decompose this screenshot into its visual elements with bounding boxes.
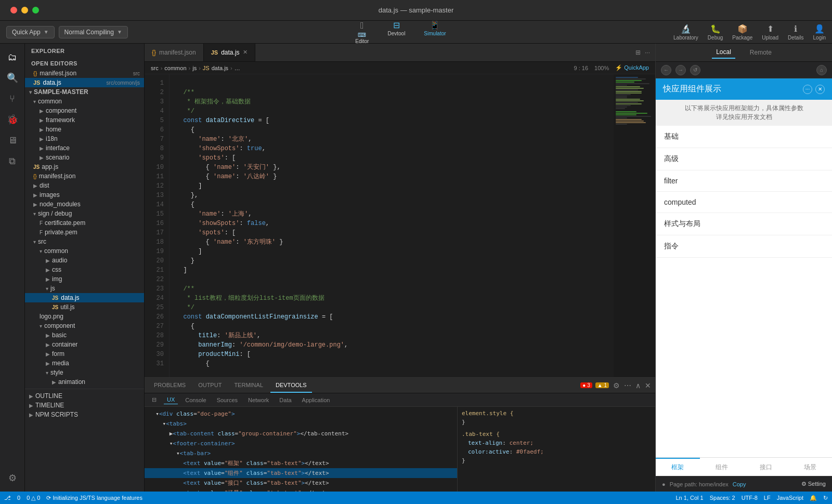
tab-simulator[interactable]: 📱 Simulator [414,18,455,46]
panel-close-icon[interactable]: ✕ [645,381,651,390]
tree-private[interactable]: F private.pem [25,228,144,237]
panel-tab-devtools[interactable]: DEVTOOLS [270,378,312,393]
tree-interface[interactable]: ▶ interface [25,143,144,153]
list-item-style[interactable]: 样式与布局 [656,213,832,235]
close-button[interactable] [10,7,17,14]
outline-section[interactable]: ▶ OUTLINE [25,391,144,401]
header-dot-close[interactable]: ✕ [815,85,825,94]
npm-scripts-section[interactable]: ▶ NPM SCRIPTS [25,410,144,419]
devtools-tab-data[interactable]: Data [276,396,294,404]
tree-images[interactable]: ▶ images [25,190,144,200]
setting-button[interactable]: ⚙ Setting [801,481,826,487]
panel-gear-icon[interactable]: ⚙ [613,381,620,390]
preview-home-button[interactable]: ⌂ [816,65,827,75]
tree-css[interactable]: ▶ css [25,265,144,274]
right-tab-local[interactable]: Local [712,46,735,59]
tree-media[interactable]: ▶ media [25,359,144,368]
tab-data-js[interactable]: JS data.js ✕ [204,44,255,61]
panel-more-icon[interactable]: ⋯ [624,381,631,390]
tree-img[interactable]: ▶ img [25,274,144,284]
tab-devtool[interactable]: ⊟ Devtool [378,18,414,46]
nav-item-framework[interactable]: 框架 [656,458,700,476]
tree-datajs[interactable]: JS data.js [25,293,144,302]
maximize-button[interactable] [32,7,39,14]
preview-forward-button[interactable]: → [675,65,686,75]
tab-editor[interactable]:  ⌨ Editor [346,18,378,46]
project-root[interactable]: ▾ SAMPLE-MASTER [25,87,144,97]
open-file-data[interactable]: JS data.js src/common/js [25,78,144,87]
timeline-section[interactable]: ▶ TIMELINE [25,401,144,410]
activity-remote[interactable]: 🖥 [3,131,22,150]
panel-tab-problems[interactable]: PROBLEMS [149,378,191,393]
tree-utiljs[interactable]: JS util.js [25,302,144,312]
tab-manifest-json[interactable]: {} manifest.json [145,44,204,61]
list-item-computed[interactable]: computed [656,192,832,213]
devtools-tab-network[interactable]: Network [245,396,272,404]
code-editor[interactable]: /** * 框架指令，基础数据 */ const dataDirective =… [170,74,614,377]
laboratory-action[interactable]: 🔬 Laboratory [673,24,698,41]
panel-collapse-icon[interactable]: ∧ [635,381,641,390]
quick-app-dropdown[interactable]: Quick App ▼ [6,26,55,38]
debug-action[interactable]: 🐛 Debug [708,24,723,41]
tree-audio[interactable]: ▶ audio [25,256,144,265]
tree-src-common[interactable]: ▾ common [25,246,144,256]
copy-link[interactable]: Copy [733,481,746,487]
tree-home[interactable]: ▶ home [25,125,144,134]
devtools-tab-console[interactable]: Console [182,396,209,404]
preview-refresh-button[interactable]: ↺ [690,65,700,75]
nav-item-component[interactable]: 组件 [700,458,744,476]
preview-back-button[interactable]: ← [661,65,671,75]
tree-js[interactable]: ▾ js [25,284,144,293]
tree-basic[interactable]: ▶ basic [25,330,144,340]
devtools-filter-icon[interactable]: ⊟ [149,395,160,404]
activity-settings[interactable]: ⚙ [3,469,22,487]
activity-explorer[interactable]: 🗂 [3,48,22,67]
tree-certificate[interactable]: F certificate.pem [25,218,144,228]
window-controls[interactable] [10,7,39,14]
more-actions-icon[interactable]: ··· [645,49,650,56]
sync-icon[interactable]: ↻ [823,495,828,501]
tree-component[interactable]: ▶ component [25,106,144,115]
tree-common[interactable]: ▾ common [25,97,144,106]
list-item-filter[interactable]: filter [656,170,832,192]
details-action[interactable]: ℹ Details [788,24,804,41]
tree-appjs[interactable]: JS app.js [25,162,144,171]
tree-src[interactable]: ▾ src [25,237,144,246]
devtools-tab-ux[interactable]: UX [164,395,178,404]
activity-debug[interactable]: 🐞 [3,110,22,129]
login-action[interactable]: 👤 Login [813,24,826,41]
devtools-tab-application[interactable]: Application [299,396,333,404]
tree-form[interactable]: ▶ form [25,349,144,359]
panel-tab-output[interactable]: OUTPUT [193,378,227,393]
tree-i18n[interactable]: ▶ i18n [25,134,144,143]
header-dot-more[interactable]: ··· [803,85,812,94]
close-tab-button[interactable]: ✕ [243,49,248,56]
activity-search[interactable]: 🔍 [3,69,22,87]
compiling-dropdown[interactable]: Normal Compiling ▼ [59,26,128,38]
dom-panel[interactable]: ▾<div class="doc-page"> ▾<tabs> ▶<tab-co… [145,407,458,492]
activity-extensions[interactable]: ⧉ [3,152,22,170]
nav-item-scenario[interactable]: 场景 [788,458,832,476]
devtools-tab-sources[interactable]: Sources [214,396,241,404]
nav-item-interface[interactable]: 接口 [744,458,788,476]
tree-src-component[interactable]: ▾ component [25,321,144,330]
tree-logo[interactable]: logo.png [25,312,144,321]
list-item-directive[interactable]: 指令 [656,235,832,258]
open-file-manifest[interactable]: {} manifest.json src [25,69,144,78]
tree-dist[interactable]: ▶ dist [25,181,144,190]
panel-tab-terminal[interactable]: TERMINAL [229,378,268,393]
tree-animation[interactable]: ▶ animation [25,377,144,387]
tree-style[interactable]: ▾ style [25,368,144,377]
activity-source-control[interactable]: ⑂ [3,89,22,108]
tree-node-modules[interactable]: ▶ node_modules [25,200,144,209]
upload-action[interactable]: ⬆ Upload [762,24,778,41]
tree-container[interactable]: ▶ container [25,340,144,349]
tree-sign-debug[interactable]: ▾ sign / debug [25,209,144,218]
tree-scenario[interactable]: ▶ scenario [25,153,144,162]
minimize-button[interactable] [21,7,28,14]
list-item-basic[interactable]: 基础 [656,126,832,148]
list-item-advanced[interactable]: 高级 [656,148,832,170]
right-tab-remote[interactable]: Remote [746,47,776,58]
package-action[interactable]: 📦 Package [732,24,752,41]
split-editor-icon[interactable]: ⊞ [635,49,641,56]
